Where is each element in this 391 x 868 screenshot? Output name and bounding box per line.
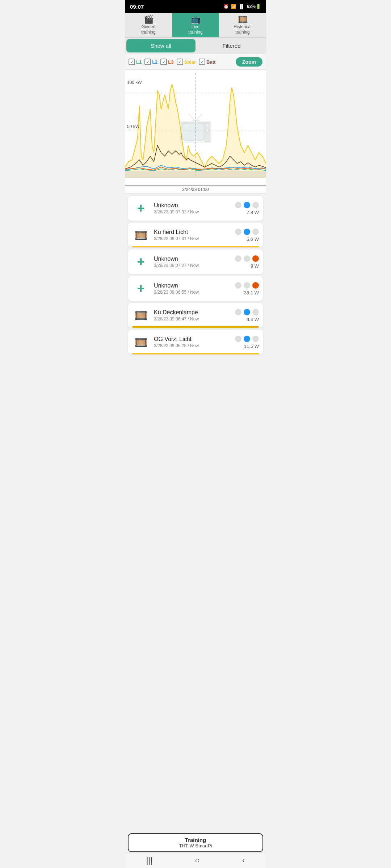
power-1: 7.3 W bbox=[247, 210, 259, 215]
tab-historical-label: Historicaltraining bbox=[234, 24, 251, 35]
device-right-1: 7.3 W bbox=[235, 202, 259, 215]
indicator-row-1 bbox=[235, 202, 259, 208]
show-all-button[interactable]: Show all bbox=[126, 39, 196, 52]
cb-label-l3: L3 bbox=[168, 59, 173, 65]
dot-4c bbox=[252, 282, 259, 289]
device-right-2: 5.6 W bbox=[235, 229, 259, 242]
dot-1c bbox=[252, 202, 259, 208]
dot-6a bbox=[235, 336, 241, 342]
tab-guided[interactable]: 🎬 Guidedtraining bbox=[125, 13, 172, 37]
dot-4b bbox=[244, 282, 250, 289]
device-item[interactable]: 🎞️ Kü Deckenlampe 3/28/23 09:06:47 / Now… bbox=[128, 303, 263, 328]
battery-icon: 62%🔋 bbox=[247, 4, 261, 9]
device-right-5: 9.4 W bbox=[235, 309, 259, 322]
power-3: 9 W bbox=[251, 263, 259, 269]
device-info-6: OG Vorz. Licht 3/28/23 09:06:28 / Now bbox=[154, 336, 231, 348]
device-icon-plus-4: + bbox=[132, 280, 150, 297]
dot-6c bbox=[252, 336, 259, 342]
device-icon-plus: + bbox=[132, 200, 150, 217]
dot-4a bbox=[235, 282, 241, 289]
device-time-2: 3/28/23 09:07:31 / Now bbox=[154, 236, 231, 241]
filter-bar: Show all Filtered bbox=[125, 38, 266, 54]
power-5: 9.4 W bbox=[247, 317, 259, 322]
device-time-5: 3/28/23 09:06:47 / Now bbox=[154, 316, 231, 322]
device-icon-film-5: 🎞️ bbox=[132, 307, 150, 324]
indicator-row-6 bbox=[235, 336, 259, 342]
dot-3a bbox=[235, 255, 241, 262]
checkbox-row: ✓ L1 ✓ L2 ✓ L3 ✓ Solar ✓ Batt Zoom bbox=[125, 54, 266, 70]
tab-live[interactable]: 📺 Livetraining bbox=[172, 13, 219, 37]
device-item[interactable]: 🎞️ OG Vorz. Licht 3/28/23 09:06:28 / Now… bbox=[128, 330, 263, 354]
checkbox-l1[interactable]: ✓ L1 bbox=[129, 59, 142, 65]
chart-y-label-100: 100 kW bbox=[127, 80, 142, 85]
historical-icon: 🎞️ bbox=[238, 16, 248, 24]
device-item[interactable]: 🎞️ Kü herd Licht 3/28/23 09:07:31 / Now … bbox=[128, 223, 263, 247]
device-bar-6 bbox=[132, 353, 259, 354]
dot-1b bbox=[244, 202, 250, 208]
device-info-2: Kü herd Licht 3/28/23 09:07:31 / Now bbox=[154, 229, 231, 241]
indicator-row-5 bbox=[235, 309, 259, 315]
indicator-row-4 bbox=[235, 282, 259, 289]
device-info-1: Unknown 3/28/23 09:07:32 / Now bbox=[154, 202, 231, 214]
device-icon-film-6: 🎞️ bbox=[132, 333, 150, 351]
device-list: + Unknown 3/28/23 09:07:32 / Now 7.3 W 🎞… bbox=[125, 196, 266, 382]
dot-1a bbox=[235, 202, 241, 208]
indicator-row-2 bbox=[235, 229, 259, 235]
zoom-button[interactable]: Zoom bbox=[236, 57, 262, 67]
device-name-5: Kü Deckenlampe bbox=[154, 309, 231, 316]
tab-guided-label: Guidedtraining bbox=[141, 24, 155, 35]
dot-2c bbox=[252, 229, 259, 235]
dot-3c bbox=[252, 255, 259, 262]
signal-icon: ▐▌ bbox=[239, 4, 245, 9]
checkbox-l3[interactable]: ✓ L3 bbox=[160, 59, 173, 65]
cb-label-l1: L1 bbox=[136, 59, 142, 65]
chart-svg bbox=[125, 70, 266, 185]
power-4: 38.1 W bbox=[244, 290, 259, 295]
device-name-1: Unknown bbox=[154, 202, 231, 209]
device-item[interactable]: + Unknown 3/28/23 09:06:55 / Now 38.1 W bbox=[128, 276, 263, 301]
device-name-6: OG Vorz. Licht bbox=[154, 336, 231, 342]
dot-6b bbox=[244, 336, 250, 342]
device-icon-plus-3: + bbox=[132, 253, 150, 271]
dot-2b bbox=[244, 229, 250, 235]
live-icon: 📺 bbox=[191, 16, 201, 24]
device-icon-film-2: 🎞️ bbox=[132, 226, 150, 244]
device-right-3: 9 W bbox=[235, 255, 259, 269]
dot-2a bbox=[235, 229, 241, 235]
device-time-4: 3/28/23 09:06:55 / Now bbox=[154, 290, 231, 295]
cb-box-batt: ✓ bbox=[199, 59, 205, 65]
filtered-button[interactable]: Filtered bbox=[197, 38, 266, 54]
cb-box-solar: ✓ bbox=[177, 59, 183, 65]
device-info-4: Unknown 3/28/23 09:06:55 / Now bbox=[154, 282, 231, 295]
status-time: 09:07 bbox=[130, 4, 144, 10]
cb-box-l3: ✓ bbox=[160, 59, 167, 65]
tab-historical[interactable]: 🎞️ Historicaltraining bbox=[219, 13, 266, 37]
checkbox-batt[interactable]: ✓ Batt bbox=[199, 59, 215, 65]
device-name-2: Kü herd Licht bbox=[154, 229, 231, 235]
device-item[interactable]: + Unknown 3/28/23 09:07:32 / Now 7.3 W bbox=[128, 196, 263, 221]
device-name-3: Unknown bbox=[154, 256, 231, 262]
dot-3b bbox=[244, 255, 250, 262]
cb-box-l1: ✓ bbox=[129, 59, 135, 65]
cb-box-l2: ✓ bbox=[144, 59, 151, 65]
checkbox-solar[interactable]: ✓ Solar bbox=[177, 59, 196, 65]
device-bar-2 bbox=[132, 246, 259, 247]
dot-5b bbox=[244, 309, 250, 315]
chart-area[interactable]: 100 kW 50 kW 📺 bbox=[125, 70, 266, 186]
dot-5c bbox=[252, 309, 259, 315]
indicator-row-3 bbox=[235, 255, 259, 262]
power-6: 11.5 W bbox=[244, 344, 259, 349]
wifi-icon: 📶 bbox=[231, 4, 236, 9]
device-item[interactable]: + Unknown 3/28/23 09:07:27 / Now 9 W bbox=[128, 250, 263, 274]
cb-label-batt: Batt bbox=[206, 59, 215, 65]
checkbox-l2[interactable]: ✓ L2 bbox=[144, 59, 157, 65]
device-right-6: 11.5 W bbox=[235, 336, 259, 349]
device-info-5: Kü Deckenlampe 3/28/23 09:06:47 / Now bbox=[154, 309, 231, 322]
cb-label-solar: Solar bbox=[184, 59, 196, 65]
power-2: 5.6 W bbox=[247, 237, 259, 242]
guided-icon: 🎬 bbox=[144, 16, 154, 24]
tab-live-label: Livetraining bbox=[188, 24, 202, 35]
chart-x-label: 3/24/23 01:00 bbox=[125, 186, 266, 194]
device-time-3: 3/28/23 09:07:27 / Now bbox=[154, 263, 231, 268]
device-info-3: Unknown 3/28/23 09:07:27 / Now bbox=[154, 256, 231, 268]
